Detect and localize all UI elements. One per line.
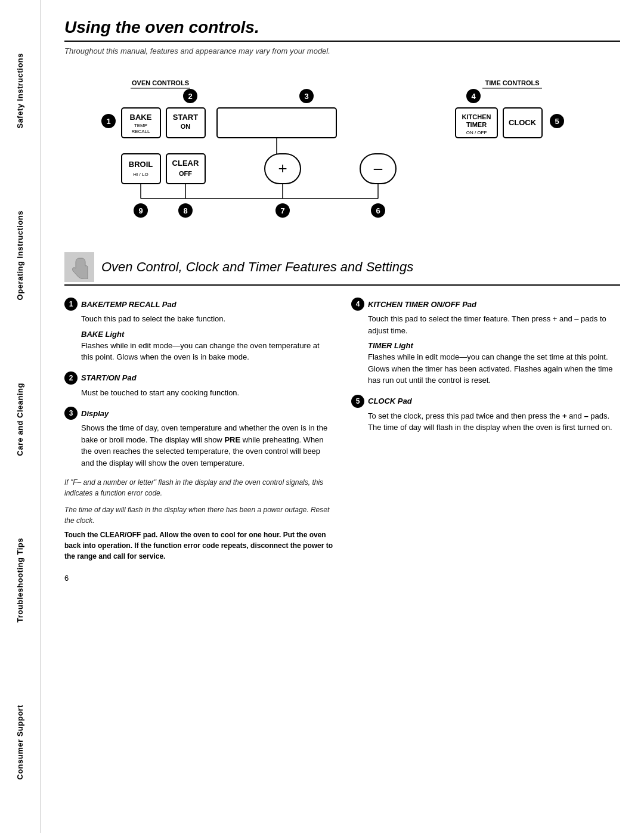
hand-icon bbox=[64, 252, 94, 282]
sidebar-item-operating: Operating Instructions bbox=[16, 210, 24, 300]
italic-note-2: The time of day will flash in the displa… bbox=[64, 504, 333, 526]
svg-text:–: – bbox=[374, 159, 383, 177]
right-column: 4 KITCHEN TIMER ON/OFF Pad Touch this pa… bbox=[351, 298, 620, 562]
svg-text:6: 6 bbox=[376, 206, 380, 215]
feature-5-title: CLOCK Pad bbox=[368, 397, 412, 405]
page-number: 6 bbox=[64, 574, 620, 583]
svg-text:KITCHEN: KITCHEN bbox=[462, 113, 491, 120]
sidebar: Safety Instructions Operating Instructio… bbox=[0, 0, 41, 833]
sidebar-item-care: Care and Cleaning bbox=[16, 383, 24, 456]
svg-text:RECALL: RECALL bbox=[131, 129, 150, 134]
main-content: Using the oven controls. Throughout this… bbox=[41, 0, 644, 606]
feature-4: 4 KITCHEN TIMER ON/OFF Pad Touch this pa… bbox=[351, 298, 620, 386]
svg-text:1: 1 bbox=[106, 117, 110, 126]
svg-text:TIMER: TIMER bbox=[466, 121, 487, 128]
feature-4-sub-title: TIMER Light bbox=[368, 341, 620, 350]
diagram-svg: OVEN CONTROLS TIME CONTROLS 1 BAKE TEMP … bbox=[64, 67, 620, 234]
svg-text:3: 3 bbox=[304, 92, 308, 101]
feature-3-number: 3 bbox=[64, 407, 78, 420]
svg-text:HI / LO: HI / LO bbox=[133, 172, 148, 177]
feature-4-title: KITCHEN TIMER ON/OFF Pad bbox=[368, 300, 476, 309]
feature-2-body: Must be touched to start any cooking fun… bbox=[81, 387, 333, 399]
feature-5-body: To set the clock, press this pad twice a… bbox=[368, 410, 620, 433]
broil-button bbox=[122, 154, 160, 184]
feature-1: 1 BAKE/TEMP RECALL Pad Touch this pad to… bbox=[64, 298, 333, 363]
section2-title: Oven Control, Clock and Timer Features a… bbox=[101, 259, 413, 275]
feature-3-body: Shows the time of day, oven temperature … bbox=[81, 422, 333, 469]
oven-controls-label: OVEN CONTROLS bbox=[132, 79, 189, 86]
feature-1-sub-body: Flashes while in edit mode—you can chang… bbox=[81, 340, 333, 363]
svg-text:2: 2 bbox=[188, 92, 192, 101]
feature-2-title: START/ON Pad bbox=[81, 373, 137, 382]
svg-text:BAKE: BAKE bbox=[130, 113, 152, 122]
display-area bbox=[217, 108, 336, 138]
svg-text:ON: ON bbox=[181, 123, 191, 130]
feature-4-body: Touch this pad to select the timer featu… bbox=[368, 313, 620, 336]
italic-note-1: If "F– and a number or letter" flash in … bbox=[64, 477, 333, 498]
feature-1-title: BAKE/TEMP RECALL Pad bbox=[81, 300, 177, 309]
feature-3: 3 Display Shows the time of day, oven te… bbox=[64, 407, 333, 469]
subtitle: Throughout this manual, features and app… bbox=[64, 47, 620, 55]
feature-5: 5 CLOCK Pad To set the clock, press this… bbox=[351, 395, 620, 433]
feature-1-sub-title: BAKE Light bbox=[81, 330, 333, 339]
feature-5-number: 5 bbox=[351, 395, 364, 408]
svg-text:TEMP: TEMP bbox=[134, 123, 147, 128]
feature-3-title: Display bbox=[81, 409, 109, 418]
left-column: 1 BAKE/TEMP RECALL Pad Touch this pad to… bbox=[64, 298, 333, 562]
svg-text:START: START bbox=[173, 113, 198, 122]
time-controls-label: TIME CONTROLS bbox=[485, 79, 539, 86]
sidebar-item-consumer: Consumer Support bbox=[16, 705, 24, 780]
svg-text:9: 9 bbox=[138, 206, 143, 215]
svg-text:8: 8 bbox=[183, 206, 187, 215]
svg-text:5: 5 bbox=[555, 117, 559, 126]
svg-text:4: 4 bbox=[471, 92, 476, 101]
svg-text:CLEAR: CLEAR bbox=[172, 159, 199, 168]
feature-1-body: Touch this pad to select the bake functi… bbox=[81, 313, 333, 325]
feature-4-number: 4 bbox=[351, 298, 364, 311]
controls-diagram: OVEN CONTROLS TIME CONTROLS 1 BAKE TEMP … bbox=[64, 67, 620, 234]
page-title: Using the oven controls. bbox=[64, 18, 620, 42]
sidebar-item-safety: Safety Instructions bbox=[16, 53, 24, 129]
sidebar-item-troubleshooting: Troubleshooting Tips bbox=[16, 538, 24, 623]
feature-4-sub-body: Flashes while in edit mode—you can chang… bbox=[368, 351, 620, 386]
svg-text:OFF: OFF bbox=[179, 170, 192, 177]
bold-note: Touch the CLEAR/OFF pad. Allow the oven … bbox=[64, 529, 333, 562]
svg-text:BROIL: BROIL bbox=[129, 160, 153, 169]
svg-text:7: 7 bbox=[280, 206, 284, 215]
feature-2-number: 2 bbox=[64, 371, 78, 385]
features-grid: 1 BAKE/TEMP RECALL Pad Touch this pad to… bbox=[64, 298, 620, 562]
section2-heading: Oven Control, Clock and Timer Features a… bbox=[64, 252, 620, 286]
feature-1-number: 1 bbox=[64, 298, 78, 311]
feature-2: 2 START/ON Pad Must be touched to start … bbox=[64, 371, 333, 399]
svg-text:+: + bbox=[278, 159, 287, 177]
svg-text:CLOCK: CLOCK bbox=[509, 118, 537, 127]
svg-text:ON / OFF: ON / OFF bbox=[466, 130, 487, 135]
